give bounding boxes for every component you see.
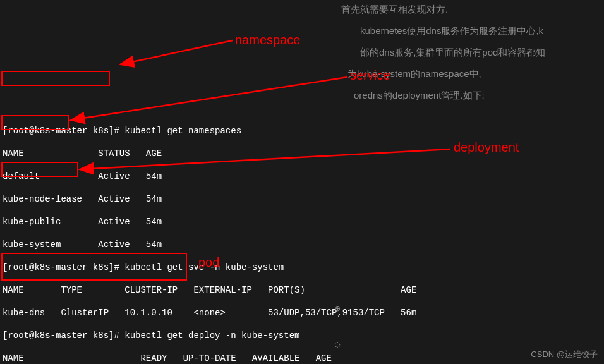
bg-text-line2: kubernetes使用dns服务作为服务注册中心,k [360, 25, 543, 37]
prompt-line-1: [root@k8s-master k8s]# kubectl get names… [3, 125, 601, 136]
bg-text-line3: 部的dns服务,集群里面的所有pod和容器都知 [360, 47, 545, 59]
crosshair-icon: ⊕ [335, 303, 340, 314]
bg-text-line4: 为kube-system的namespace中, [347, 68, 481, 80]
highlight-box-kube-system [1, 71, 110, 86]
ns-row-kube-public: kube-public Active 54m [3, 216, 601, 228]
bg-text-line1: 首先就需要互相发现对方. [341, 4, 448, 16]
watermark-text: CSDN @运维饺子 [531, 349, 598, 360]
prompt-line-3: [root@k8s-master k8s]# kubectl get deplo… [3, 330, 601, 341]
svg-line-1 [120, 40, 233, 64]
ns-row-kube-node-lease: kube-node-lease Active 54m [3, 193, 601, 205]
ns-row-default: default Active 54m [3, 171, 601, 182]
bg-text-line5: oredns的deployment管理.如下: [354, 90, 485, 102]
ns-header: NAME STATUS AGE [3, 148, 601, 159]
annotation-namespace: namespace [235, 33, 300, 47]
deploy-header: NAME READY UP-TO-DATE AVAILABLE AGE [3, 353, 601, 364]
dot-icon: ◌ [335, 339, 340, 349]
terminal-output[interactable]: [root@k8s-master k8s]# kubectl get names… [0, 111, 604, 364]
prompt-line-2: [root@k8s-master k8s]# kubectl get svc -… [3, 262, 601, 273]
svc-header: NAME TYPE CLUSTER-IP EXTERNAL-IP PORT(S)… [3, 284, 601, 296]
svc-row-kube-dns: kube-dns ClusterIP 10.1.0.10 <none> 53/U… [3, 307, 601, 318]
ns-row-kube-system: kube-system Active 54m [3, 239, 601, 250]
